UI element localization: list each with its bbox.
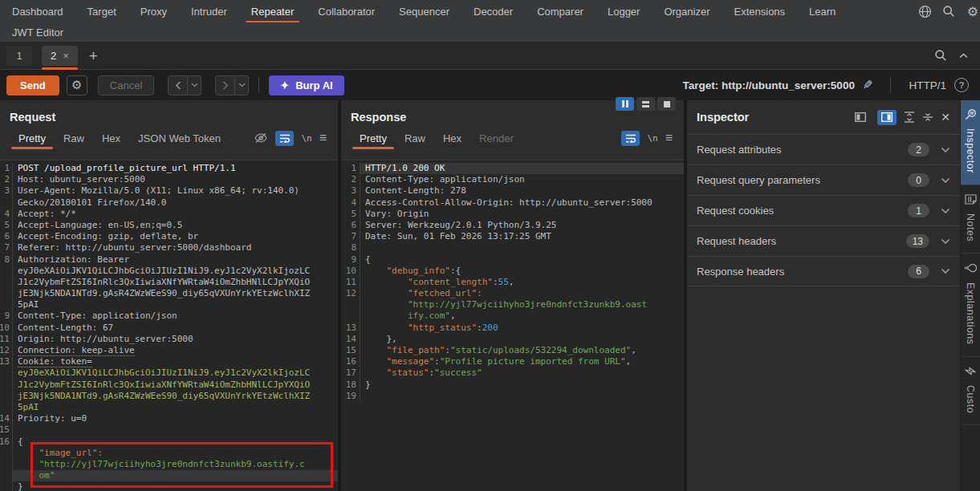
response-tab-hex[interactable]: Hex <box>434 128 470 148</box>
back-button[interactable] <box>168 75 188 95</box>
inspector-section-request-attributes[interactable]: Request attributes2 <box>687 134 960 164</box>
layout-columns-button[interactable] <box>616 97 634 111</box>
menu-item-comparer[interactable]: Comparer <box>525 2 596 22</box>
line-text: }, <box>360 334 684 345</box>
edit-target-icon[interactable]: ✎ <box>863 78 873 92</box>
settings-gear-icon[interactable]: ⚙ <box>966 4 980 18</box>
menu-item-target[interactable]: Target <box>75 2 128 22</box>
line-text: eyJ0eXAiOiJKV1QiLCJhbGciOiJIUzI1NiJ9.eyJ… <box>13 266 338 277</box>
editor-menu-icon[interactable]: ≡ <box>319 131 327 146</box>
menu-item-collaborator[interactable]: Collaborator <box>306 2 387 22</box>
line-number: 1 <box>0 163 13 174</box>
line-text: Content-Length: 278 <box>360 185 684 197</box>
line-number: 12 <box>341 288 360 299</box>
response-tab-raw[interactable]: Raw <box>396 128 434 148</box>
chevron-down-icon[interactable] <box>941 147 950 153</box>
editor-line: 17 "status":"success" <box>341 367 684 379</box>
collapse-all-icon[interactable] <box>922 112 933 123</box>
response-tab-pretty[interactable]: Pretty <box>351 128 396 148</box>
back-history-dropdown[interactable] <box>188 75 201 95</box>
help-icon[interactable]: ? <box>954 78 969 92</box>
response-tab-render[interactable]: Render <box>470 128 523 148</box>
repeater-tab-1[interactable]: 1 <box>6 46 32 66</box>
cancel-button[interactable]: Cancel <box>98 75 154 95</box>
menu-item-decoder[interactable]: Decoder <box>462 2 525 22</box>
inspector-pane-right-toggle-icon[interactable] <box>877 110 897 125</box>
count-badge: 1 <box>908 204 929 217</box>
menu-item-learn[interactable]: Learn <box>797 2 848 22</box>
side-tab-custo[interactable]: Custo <box>961 357 980 425</box>
line-number: 2 <box>341 174 360 185</box>
editor-menu-icon[interactable]: ≡ <box>665 131 673 146</box>
globe-icon[interactable] <box>917 4 932 18</box>
line-number: 3 <box>341 185 360 197</box>
editor-line: "http://yjl77wjciihyho3jre0ndnfct3zunkb9… <box>0 459 338 470</box>
search-icon[interactable] <box>941 4 956 18</box>
menu-item-organizer[interactable]: Organizer <box>652 2 722 22</box>
editor-line: 16{ <box>0 436 338 448</box>
search-tabs-icon[interactable] <box>933 48 948 63</box>
line-number: 6 <box>0 231 13 242</box>
menu-item-jwt-editor[interactable]: JWT Editor <box>0 22 75 42</box>
editor-line: jE3Njk5NDA1NTd9.gAsR4ZWzWEeS90_diy65qVXU… <box>0 391 338 402</box>
hide-nonprintable-icon[interactable] <box>254 131 268 146</box>
line-number <box>0 481 13 491</box>
show-newlines-icon[interactable]: \n <box>301 131 311 146</box>
inspector-section-request-cookies[interactable]: Request cookies1 <box>687 195 960 225</box>
forward-button[interactable] <box>215 75 235 95</box>
repeater-toolbar: Send ⚙ Cancel ✦ Burp AI Target: http://u… <box>0 70 980 100</box>
show-newlines-icon[interactable]: \n <box>647 131 657 146</box>
response-editor[interactable]: 1HTTP/1.0 200 OK2Content-Type: applicati… <box>341 160 684 491</box>
request-tab-hex[interactable]: Hex <box>93 128 129 148</box>
chevron-up-icon[interactable] <box>956 48 970 63</box>
repeater-tab-2[interactable]: 2× <box>42 46 78 66</box>
menu-item-intruder[interactable]: Intruder <box>179 2 239 22</box>
menu-item-extensions[interactable]: Extensions <box>722 2 798 22</box>
send-settings-gear-icon[interactable]: ⚙ <box>67 75 87 95</box>
menu-item-logger[interactable]: Logger <box>596 2 652 22</box>
menu-item-proxy[interactable]: Proxy <box>128 2 179 22</box>
line-text: "file_path":"static/uploads/532294_downl… <box>360 345 684 356</box>
layout-single-button[interactable] <box>657 97 676 111</box>
request-tab-json-web-token[interactable]: JSON Web Token <box>129 128 230 148</box>
inspector-section-response-headers[interactable]: Response headers6 <box>687 256 960 286</box>
chevron-down-icon[interactable] <box>941 268 950 274</box>
side-tab-label: Custo <box>965 385 976 413</box>
menu-item-sequencer[interactable]: Sequencer <box>387 2 462 22</box>
burp-ai-button[interactable]: ✦ Burp AI <box>269 75 344 95</box>
inspector-section-request-headers[interactable]: Request headers13 <box>687 225 960 256</box>
editor-line: } <box>0 481 338 491</box>
line-number: 9 <box>0 310 13 322</box>
line-text: } <box>360 379 684 391</box>
add-tab-button[interactable]: + <box>89 48 98 63</box>
request-editor[interactable]: 1POST /upload_profile_picture_url HTTP/1… <box>0 160 338 491</box>
send-button[interactable]: Send <box>6 75 59 95</box>
forward-history-dropdown[interactable] <box>235 75 249 95</box>
http-version-selector[interactable]: HTTP/1 <box>909 79 946 91</box>
request-tab-raw[interactable]: Raw <box>55 128 93 148</box>
editor-line: 16 "message":"Profile picture imported f… <box>341 356 684 367</box>
word-wrap-icon[interactable] <box>621 131 640 146</box>
chevron-down-icon[interactable] <box>941 208 950 214</box>
side-tab-notes[interactable]: Notes <box>961 185 980 254</box>
editor-line: 15 "file_path":"static/uploads/532294_do… <box>341 345 684 356</box>
line-text: Accept: */* <box>13 209 338 220</box>
editor-line: 8 <box>341 242 684 254</box>
word-wrap-icon[interactable] <box>275 131 294 146</box>
menu-item-dashboard[interactable]: Dashboard <box>0 2 75 22</box>
expand-all-icon[interactable] <box>904 112 915 123</box>
chevron-down-icon[interactable] <box>941 177 950 184</box>
side-tab-inspector[interactable]: Inspector <box>961 100 980 185</box>
chevron-down-icon[interactable] <box>941 238 950 245</box>
close-inspector-icon[interactable]: ✕ <box>941 111 950 124</box>
inspector-section-request-query-parameters[interactable]: Request query parameters0 <box>687 164 960 195</box>
side-tab-explanations[interactable]: Explanations <box>961 254 980 357</box>
line-number: 15 <box>341 345 360 356</box>
editor-line: 2Host: ubuntu_server:5000 <box>0 174 338 185</box>
editor-line: ify.com", <box>341 310 684 322</box>
layout-rows-button[interactable] <box>636 97 655 111</box>
menu-item-repeater[interactable]: Repeater <box>239 2 306 22</box>
close-tab-icon[interactable]: × <box>63 50 69 62</box>
request-tab-pretty[interactable]: Pretty <box>10 128 55 148</box>
inspector-pane-left-toggle-icon[interactable] <box>851 110 870 125</box>
